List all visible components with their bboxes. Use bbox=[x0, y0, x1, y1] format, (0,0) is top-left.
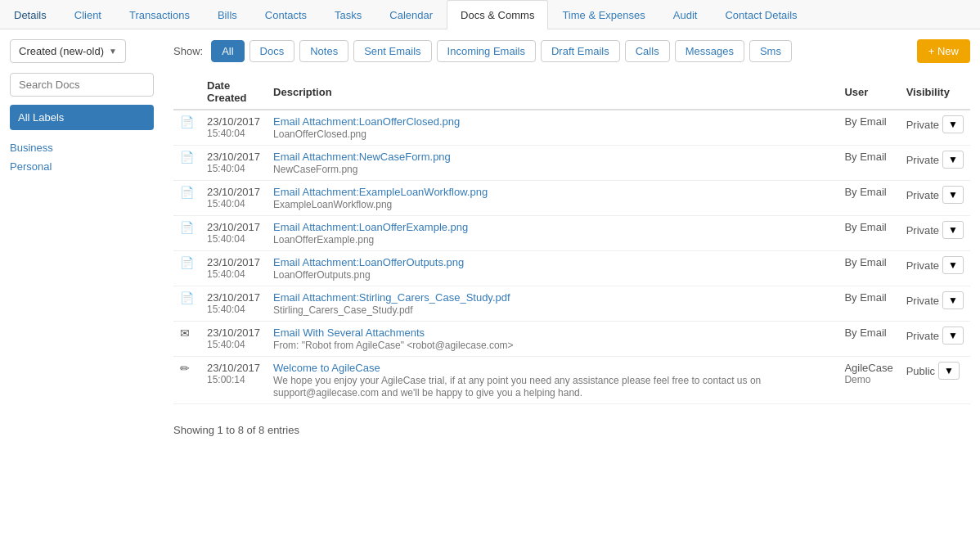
row-desc-link[interactable]: Email Attachment:LoanOfferClosed.png bbox=[273, 115, 831, 128]
filter-incoming-emails[interactable]: Incoming Emails bbox=[437, 40, 536, 62]
sort-label: Created (new-old) bbox=[19, 45, 104, 57]
row-icon-cell: 📄 bbox=[173, 286, 200, 322]
row-desc-link[interactable]: Email Attachment:NewCaseForm.png bbox=[273, 151, 831, 163]
col-date: DateCreated bbox=[200, 74, 267, 110]
filter-sent-emails[interactable]: Sent Emails bbox=[353, 40, 431, 62]
top-nav-tab-transactions[interactable]: Transactions bbox=[115, 0, 204, 29]
row-date: 23/10/201715:40:04 bbox=[200, 251, 267, 286]
filter-draft-emails[interactable]: Draft Emails bbox=[541, 40, 620, 62]
row-user: By Email bbox=[838, 110, 899, 146]
row-user: By Email bbox=[838, 146, 899, 181]
row-user: By Email bbox=[838, 322, 899, 357]
visibility-dropdown[interactable]: ▼ bbox=[942, 327, 964, 345]
visibility-dropdown[interactable]: ▼ bbox=[942, 151, 964, 169]
row-user: AgileCaseDemo bbox=[838, 357, 899, 404]
top-nav-tab-time---expenses[interactable]: Time & Expenses bbox=[548, 0, 659, 29]
row-icon-cell: 📄 bbox=[173, 146, 200, 181]
top-nav-tab-bills[interactable]: Bills bbox=[204, 0, 251, 29]
row-desc-sub: ExampleLoanWorkflow.png bbox=[273, 199, 392, 210]
table-row: ✉23/10/201715:40:04Email With Several At… bbox=[173, 322, 970, 357]
row-visibility: Private ▼ bbox=[900, 322, 970, 357]
filter-notes[interactable]: Notes bbox=[299, 40, 348, 62]
row-date: 23/10/201715:40:04 bbox=[200, 286, 267, 322]
top-nav-tab-details[interactable]: Details bbox=[0, 0, 61, 29]
row-desc-sub: LoanOfferClosed.png bbox=[273, 128, 366, 140]
doc-icon: 📄 bbox=[180, 256, 194, 269]
row-desc-link[interactable]: Email Attachment:Stirling_Carers_Case_St… bbox=[273, 291, 831, 304]
row-icon-cell: 📄 bbox=[173, 181, 200, 216]
top-nav-tab-client[interactable]: Client bbox=[61, 0, 115, 29]
content-area: Created (new-old) ▼ All Labels BusinessP… bbox=[0, 29, 980, 443]
top-nav-tab-contacts[interactable]: Contacts bbox=[251, 0, 321, 29]
sidebar-label-business[interactable]: Business bbox=[10, 142, 154, 154]
all-labels-button[interactable]: All Labels bbox=[10, 105, 154, 130]
doc-icon: 📄 bbox=[180, 151, 194, 164]
row-desc-link[interactable]: Email Attachment:LoanOfferOutputs.png bbox=[273, 256, 831, 268]
table-row: ✏23/10/201715:00:14Welcome to AgileCaseW… bbox=[173, 357, 970, 404]
top-nav-tab-contact-details[interactable]: Contact Details bbox=[711, 0, 811, 29]
row-icon-cell: 📄 bbox=[173, 216, 200, 251]
note-icon: ✏ bbox=[180, 362, 190, 375]
row-desc-sub: LoanOfferExample.png bbox=[273, 234, 374, 245]
row-visibility: Private ▼ bbox=[900, 216, 970, 251]
col-icon bbox=[173, 74, 200, 110]
row-description: Email Attachment:LoanOfferOutputs.pngLoa… bbox=[267, 251, 838, 286]
table-row: 📄23/10/201715:40:04Email Attachment:NewC… bbox=[173, 146, 970, 181]
doc-icon: 📄 bbox=[180, 115, 194, 128]
filter-all[interactable]: All bbox=[211, 40, 244, 62]
table-row: 📄23/10/201715:40:04Email Attachment:Loan… bbox=[173, 110, 970, 146]
row-desc-sub: We hope you enjoy your AgileCase trial, … bbox=[273, 375, 761, 399]
row-desc-sub: Stirling_Carers_Case_Study.pdf bbox=[273, 304, 413, 316]
row-icon-cell: ✉ bbox=[173, 322, 200, 357]
visibility-dropdown[interactable]: ▼ bbox=[938, 362, 960, 380]
row-description: Welcome to AgileCaseWe hope you enjoy yo… bbox=[267, 357, 838, 404]
row-date: 23/10/201715:40:04 bbox=[200, 322, 267, 357]
visibility-dropdown[interactable]: ▼ bbox=[942, 291, 964, 309]
docs-table: DateCreated Description User Visibility … bbox=[173, 74, 970, 404]
filter-messages[interactable]: Messages bbox=[675, 40, 744, 62]
row-description: Email Attachment:Stirling_Carers_Case_St… bbox=[267, 286, 838, 322]
visibility-dropdown[interactable]: ▼ bbox=[942, 256, 964, 274]
row-desc-sub: From: "Robot from AgileCase" <robot@agil… bbox=[273, 340, 514, 351]
doc-icon: 📄 bbox=[180, 186, 194, 199]
chevron-down-icon: ▼ bbox=[109, 47, 117, 56]
filter-docs[interactable]: Docs bbox=[249, 40, 295, 62]
row-user: By Email bbox=[838, 286, 899, 322]
visibility-dropdown[interactable]: ▼ bbox=[942, 221, 964, 239]
filter-sms[interactable]: Sms bbox=[749, 40, 792, 62]
top-nav-tab-audit[interactable]: Audit bbox=[659, 0, 712, 29]
row-desc-link[interactable]: Welcome to AgileCase bbox=[273, 362, 831, 374]
search-input[interactable] bbox=[10, 73, 154, 97]
row-visibility: Public ▼ bbox=[900, 357, 970, 404]
table-row: 📄23/10/201715:40:04Email Attachment:Stir… bbox=[173, 286, 970, 322]
row-date: 23/10/201715:40:04 bbox=[200, 110, 267, 146]
row-user: By Email bbox=[838, 216, 899, 251]
sidebar-label-personal[interactable]: Personal bbox=[10, 160, 154, 173]
row-desc-link[interactable]: Email Attachment:LoanOfferExample.png bbox=[273, 221, 831, 233]
row-description: Email Attachment:LoanOfferClosed.pngLoan… bbox=[267, 110, 838, 146]
row-icon-cell: ✏ bbox=[173, 357, 200, 404]
filter-calls[interactable]: Calls bbox=[625, 40, 670, 62]
row-desc-link[interactable]: Email Attachment:ExampleLoanWorkflow.png bbox=[273, 186, 831, 198]
table-row: 📄23/10/201715:40:04Email Attachment:Loan… bbox=[173, 216, 970, 251]
showing-text: Showing 1 to 8 of 8 entries bbox=[173, 417, 970, 443]
show-bar: Show: AllDocsNotesSent EmailsIncoming Em… bbox=[173, 39, 970, 63]
top-nav-tab-calendar[interactable]: Calendar bbox=[375, 0, 447, 29]
visibility-dropdown[interactable]: ▼ bbox=[942, 186, 964, 204]
visibility-dropdown[interactable]: ▼ bbox=[942, 115, 964, 133]
row-icon-cell: 📄 bbox=[173, 110, 200, 146]
row-visibility: Private ▼ bbox=[900, 286, 970, 322]
table-row: 📄23/10/201715:40:04Email Attachment:Loan… bbox=[173, 251, 970, 286]
col-description: Description bbox=[267, 74, 838, 110]
doc-icon: 📄 bbox=[180, 291, 194, 304]
labels-list: BusinessPersonal bbox=[10, 142, 154, 173]
top-nav-tab-docs---comms[interactable]: Docs & Comms bbox=[447, 0, 548, 29]
sort-dropdown[interactable]: Created (new-old) ▼ bbox=[10, 39, 126, 63]
top-nav-tab-tasks[interactable]: Tasks bbox=[321, 0, 375, 29]
new-button[interactable]: + New bbox=[917, 39, 970, 63]
col-visibility: Visibility bbox=[900, 74, 970, 110]
row-desc-link[interactable]: Email With Several Attachments bbox=[273, 327, 831, 339]
row-icon-cell: 📄 bbox=[173, 251, 200, 286]
row-date: 23/10/201715:40:04 bbox=[200, 216, 267, 251]
row-description: Email With Several AttachmentsFrom: "Rob… bbox=[267, 322, 838, 357]
